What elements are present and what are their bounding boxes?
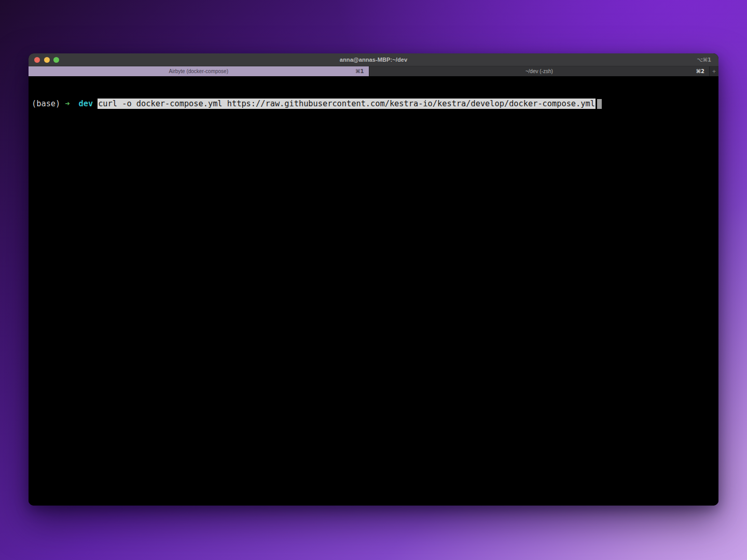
tab-bar: Airbyte (docker-compose) ⌘1 ~/dev (-zsh)… bbox=[29, 66, 718, 76]
window-title: anna@annas-MBP:~/dev bbox=[29, 57, 718, 63]
tab-dev-zsh[interactable]: ~/dev (-zsh) ⌘2 bbox=[369, 66, 710, 76]
tab-shortcut-label: ⌘2 bbox=[696, 66, 704, 76]
selected-command-text: curl -o docker-compose.yml https://raw.g… bbox=[98, 99, 596, 109]
terminal-content-area[interactable]: (base) ➜ dev curl -o docker-compose.yml … bbox=[29, 76, 718, 506]
tab-label: Airbyte (docker-compose) bbox=[169, 68, 228, 74]
terminal-window: anna@annas-MBP:~/dev ⌥⌘1 Airbyte (docker… bbox=[29, 53, 718, 506]
tab-airbyte-docker-compose[interactable]: Airbyte (docker-compose) ⌘1 bbox=[29, 66, 369, 76]
plus-icon: + bbox=[712, 68, 716, 75]
window-titlebar[interactable]: anna@annas-MBP:~/dev ⌥⌘1 bbox=[29, 53, 718, 66]
prompt-arrow-icon: ➜ bbox=[65, 99, 70, 109]
terminal-prompt-line: (base) ➜ dev curl -o docker-compose.yml … bbox=[32, 99, 718, 109]
desktop-background: anna@annas-MBP:~/dev ⌥⌘1 Airbyte (docker… bbox=[0, 0, 747, 560]
tab-label: ~/dev (-zsh) bbox=[525, 68, 553, 74]
new-tab-button[interactable]: + bbox=[709, 66, 718, 76]
prompt-directory-label: dev bbox=[78, 99, 93, 109]
terminal-cursor bbox=[597, 99, 602, 109]
prompt-env-label: (base) bbox=[32, 99, 60, 109]
window-shortcut-label: ⌥⌘1 bbox=[697, 53, 711, 66]
tab-shortcut-label: ⌘1 bbox=[355, 66, 364, 76]
